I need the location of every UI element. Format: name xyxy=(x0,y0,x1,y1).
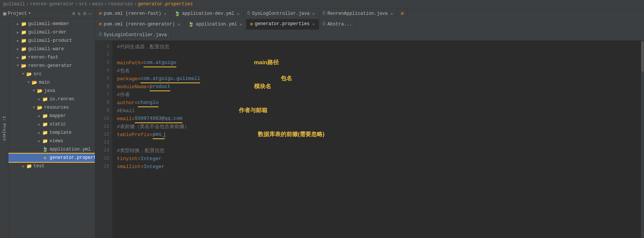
tree-item-gulimall-member[interactable]: ▶ 📁 gulimall-member xyxy=(8,20,95,28)
tree-label: application.yml xyxy=(50,147,91,152)
tree-item-gulimall-product[interactable]: ▶ 📁 gulimall-product xyxy=(8,36,95,45)
tab-label: pom.xml (renren-fast) xyxy=(104,11,161,16)
vertical-scrollbar[interactable] xyxy=(641,41,644,238)
tree-item-resources[interactable]: ▼ 📂 resources xyxy=(8,103,95,112)
properties-file-icon: ⚙ xyxy=(42,155,48,161)
app-icon: 🍃 xyxy=(174,11,180,17)
tab-application-yml[interactable]: 🍃 application.yml ✕ xyxy=(184,19,246,30)
code-line-12: tablePrefix=pms_ 数据库表的前缀(需要忽略) xyxy=(117,131,641,139)
tab-pom-renren-generator[interactable]: m pom.xml (renren-generator) ✕ xyxy=(95,19,184,30)
folder-icon: 📁 xyxy=(42,96,48,102)
code-line-7: #作者 xyxy=(117,91,641,99)
arrow-icon: ▶ xyxy=(37,113,42,119)
tab-syslogincontroller[interactable]: © SysLoginController.java xyxy=(95,30,171,40)
tree-item-java[interactable]: ▼ 📂 java xyxy=(8,87,95,95)
folder-icon: 📁 xyxy=(21,46,27,52)
tree-label: test xyxy=(34,163,45,169)
tree-item-gulimall-ware[interactable]: ▶ 📁 gulimall-ware xyxy=(8,45,95,53)
tree-item-template[interactable]: ▶ 📁 template xyxy=(8,129,95,137)
tab-label: SysLogController.java xyxy=(252,11,310,16)
tab-generator-properties[interactable]: ⚙ generator.properties ✕ xyxy=(246,19,319,30)
breadcrumb-item: renren-generator xyxy=(30,2,74,7)
arrow-icon: ▶ xyxy=(37,122,42,127)
folder-open-icon: 📂 xyxy=(21,63,27,69)
tree-item-test[interactable]: ▶ 📁 test xyxy=(8,162,95,170)
code-key: smallint xyxy=(117,163,141,171)
java-icon: © xyxy=(323,22,326,27)
tab-row-1: m pom.xml (renren-fast) ✕ 🍃 application-… xyxy=(95,8,644,19)
tree-item-views[interactable]: ▶ 📁 views xyxy=(8,137,95,145)
yml-file-icon: 🍃 xyxy=(42,146,48,152)
tab-close-button[interactable]: ✕ xyxy=(390,11,393,16)
tab-renrenapplication[interactable]: © RenrenApplication.java ✕ xyxy=(319,8,397,19)
tab-abstract[interactable]: © Abstra... xyxy=(319,19,356,30)
tree-label: gulimall-member xyxy=(28,21,69,27)
tree-label: main xyxy=(39,80,50,85)
tab-close-button[interactable]: ✕ xyxy=(312,11,315,16)
tree-label: views xyxy=(50,138,63,144)
tab-bar: m pom.xml (renren-fast) ✕ 🍃 application-… xyxy=(95,8,644,41)
code-area: 1 2 3 4 5 6 7 8 9 10 11 12 13 14 15 16 xyxy=(95,41,644,238)
code-line-14: #类型转换，配置信息 xyxy=(117,147,641,155)
tree-label: static xyxy=(50,122,66,127)
tab-pom-renren-fast[interactable]: m pom.xml (renren-fast) ✕ xyxy=(95,8,171,19)
tab-row-2: m pom.xml (renren-generator) ✕ 🍃 applica… xyxy=(95,19,644,30)
tree-item-application-yml[interactable]: 🍃 application.yml xyxy=(8,145,95,154)
cursor xyxy=(165,132,165,138)
tree-label: mapper xyxy=(50,113,66,119)
folder-icon: 📁 xyxy=(42,138,48,144)
tab-more-1[interactable]: m xyxy=(397,8,408,19)
tab-row-3: © SysLoginController.java xyxy=(95,30,644,40)
code-line-9: #Email 作者与邮箱 xyxy=(117,107,641,115)
arrow-open-icon: ▼ xyxy=(31,105,37,110)
tab-syslogcontroller[interactable]: © SysLogController.java ✕ xyxy=(244,8,319,19)
tree-label: resources xyxy=(44,105,69,110)
arrow-icon: ▶ xyxy=(15,21,21,27)
code-line-13 xyxy=(117,139,641,147)
scrollbar-thumb[interactable] xyxy=(641,41,644,72)
annotation-modulename: 模块名 xyxy=(254,82,271,90)
tab-close-button[interactable]: ✕ xyxy=(312,22,315,27)
tree-item-gulimall-order[interactable]: ▶ 📁 gulimall-order xyxy=(8,28,95,36)
locate-icon[interactable]: ⊕ xyxy=(72,10,75,17)
minimize-icon[interactable]: — xyxy=(89,11,92,17)
tree-item-static[interactable]: ▶ 📁 static xyxy=(8,120,95,129)
tree-item-mapper[interactable]: ▶ 📁 mapper xyxy=(8,112,95,120)
tab-close-button[interactable]: ✕ xyxy=(177,22,180,27)
code-key: mainPath xyxy=(117,59,141,67)
sidebar-title-label: Project xyxy=(8,11,27,16)
tree-item-renren-generator[interactable]: ▼ 📂 renren-generator xyxy=(8,62,95,70)
sort-icon[interactable]: ⇅ xyxy=(78,10,81,17)
code-line-16: smallint=Integer xyxy=(117,163,641,171)
code-val: Integer xyxy=(144,163,165,171)
tab-application-dev[interactable]: 🍃 application-dev.yml ✕ xyxy=(171,8,243,19)
sidebar-header: ▣ Project ▼ ⊕ ⇅ ⚙ — xyxy=(0,8,95,19)
settings-icon[interactable]: ⚙ xyxy=(83,10,86,17)
tree-item-main[interactable]: ▼ 📂 main xyxy=(8,78,95,87)
code-line-8: author=changlu xyxy=(117,99,641,107)
code-line-4: #包名 xyxy=(117,67,641,75)
tree-label: src xyxy=(34,71,42,77)
tree-item-generator-properties[interactable]: ⚙ generator.properties xyxy=(8,154,95,162)
arrow-icon: ▶ xyxy=(37,138,42,144)
chevron-down-icon: ▼ xyxy=(29,11,31,16)
line-numbers: 1 2 3 4 5 6 7 8 9 10 11 12 13 14 15 16 xyxy=(95,41,112,238)
breadcrumb-item: src xyxy=(79,2,87,7)
code-editor[interactable]: #代码生成器，配置信息 mainPath=com.atguigu main路径 … xyxy=(112,41,641,238)
tab-close-button[interactable]: ✕ xyxy=(164,11,166,16)
code-key: tinyint xyxy=(117,155,138,163)
breadcrumb: gulimall › renren-generator › src › main… xyxy=(0,0,644,8)
tab-close-button[interactable]: ✕ xyxy=(240,22,242,27)
code-key: moduleName xyxy=(117,83,147,91)
tree-item-src[interactable]: ▼ 📂 src xyxy=(8,70,95,78)
code-line-1: #代码生成器，配置信息 xyxy=(117,43,641,51)
tab-close-button[interactable]: ✕ xyxy=(237,11,240,16)
tree-item-renren-fast[interactable]: ▶ 📁 renren-fast xyxy=(8,53,95,62)
sidebar-toolbar: ⊕ ⇅ ⚙ — xyxy=(72,10,92,17)
project-tab[interactable]: 1: Project xyxy=(0,19,8,238)
code-val: com.atguigu.gulimall xyxy=(141,75,200,83)
folder-icon: 📁 xyxy=(21,29,27,35)
tree-item-io-renren[interactable]: ▶ 📁 io.renren xyxy=(8,95,95,103)
arrow-icon: ▶ xyxy=(15,30,21,35)
tree-label: gulimall-ware xyxy=(28,46,64,52)
